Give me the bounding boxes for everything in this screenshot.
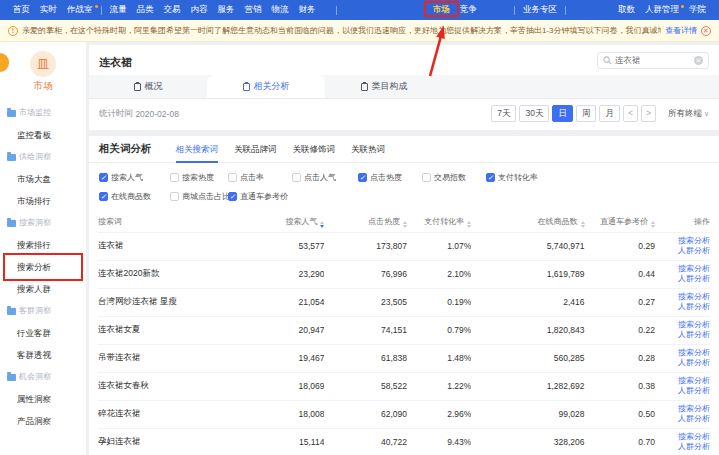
col-online-products[interactable]: 在线商品数 — [471, 212, 584, 232]
notice-link[interactable]: 查看详情 — [665, 25, 697, 36]
nav-item-business-zone[interactable]: 业务专区 — [518, 4, 562, 16]
subtab-related-hot-words[interactable]: 关联热词 — [351, 136, 385, 163]
subtab-related-modifier-words[interactable]: 关联修饰词 — [293, 136, 336, 163]
filter-transaction-index[interactable]: 交易指数 — [422, 172, 486, 183]
next-button[interactable]: > — [641, 105, 656, 122]
nav-item-academy[interactable]: 学院 — [684, 4, 711, 16]
nav-item-war-room[interactable]: 作战室 — [62, 4, 98, 16]
crowd-analysis-link[interactable]: 人群分析 — [655, 358, 710, 368]
sidebar-item-search-analysis[interactable]: 搜索分析 — [0, 256, 86, 278]
nav-item-content[interactable]: 内容 — [186, 4, 213, 16]
tab-overview[interactable]: 概况 — [89, 75, 207, 98]
sidebar-item-market-overview[interactable]: 市场大盘 — [0, 168, 86, 190]
prev-button[interactable]: < — [623, 105, 638, 122]
nav-item-category[interactable]: 品类 — [132, 4, 159, 16]
search-analysis-link[interactable]: 搜索分析 — [655, 236, 710, 246]
col-pay-conversion[interactable]: 支付转化率 — [407, 212, 471, 232]
nav-item-crowd-management[interactable]: 人群管理 — [640, 4, 684, 16]
nav-divider — [514, 6, 515, 15]
nav-item-market[interactable]: 市场 — [428, 4, 455, 16]
filter-online-products[interactable]: 在线商品数 — [99, 191, 170, 202]
search-analysis-link[interactable]: 搜索分析 — [655, 264, 710, 274]
filter-click-hotness[interactable]: 点击热度 — [358, 172, 422, 183]
nav-item-realtime[interactable]: 实时 — [35, 4, 62, 16]
chevron-down-icon: ∨ — [704, 110, 709, 118]
search-input[interactable] — [615, 56, 691, 66]
subtab-related-brand-words[interactable]: 关联品牌词 — [234, 136, 277, 163]
sidebar-item-product-insight[interactable]: 产品洞察 — [0, 410, 86, 432]
terminal-dropdown[interactable]: 所有终端∨ — [668, 108, 709, 120]
filter-search-popularity[interactable]: 搜索人气 — [99, 172, 170, 183]
keyword-search-box[interactable]: ✕ — [597, 52, 709, 69]
cell-pay-conversion: 0.19% — [407, 288, 471, 316]
filter-ztc-price[interactable]: 直通车参考价 — [228, 191, 292, 202]
search-analysis-link[interactable]: 搜索分析 — [655, 376, 710, 386]
tab-category-composition[interactable]: 类目构成 — [325, 75, 443, 98]
cell-ztc-price: 0.38 — [585, 372, 655, 400]
cell-ztc-price: 0.28 — [585, 344, 655, 372]
filter-search-hotness[interactable]: 搜索热度 — [170, 172, 228, 183]
floating-widget[interactable] — [0, 53, 9, 72]
cell-search-word: 孕妇连衣裙 — [98, 428, 233, 455]
cell-search-popularity: 23,290 — [233, 260, 325, 288]
notice-close-icon[interactable]: ✕ — [701, 26, 711, 36]
sidebar-item-attribute-insight[interactable]: 属性洞察 — [0, 388, 86, 410]
page-title: 连衣裙 — [99, 52, 132, 70]
nav-item-service[interactable]: 服务 — [213, 4, 240, 16]
cell-pay-conversion: 2.10% — [407, 260, 471, 288]
nav-item-trade[interactable]: 交易 — [159, 4, 186, 16]
nav-item-data-fetch[interactable]: 取数 — [613, 4, 640, 16]
crowd-analysis-link[interactable]: 人群分析 — [655, 302, 710, 312]
sidebar-item-industry-customer[interactable]: 行业客群 — [0, 322, 86, 344]
nav-item-finance[interactable]: 财务 — [294, 4, 321, 16]
granularity-month-button[interactable]: 月 — [599, 105, 620, 122]
search-icon — [603, 56, 612, 65]
nav-item-home[interactable]: 首页 — [8, 4, 35, 16]
tab-related-analysis[interactable]: 相关分析 — [207, 75, 325, 98]
nav-item-logistics[interactable]: 物流 — [267, 4, 294, 16]
nav-item-traffic[interactable]: 流量 — [105, 4, 132, 16]
cell-click-hotness: 58,522 — [324, 372, 407, 400]
granularity-day-button[interactable]: 日 — [552, 105, 573, 122]
notice-bar: ! 亲爱的掌柜，在这个特殊时期，阿里集团希望第一时间了解您生意动态和当前面临的问… — [0, 20, 719, 42]
cell-search-word: 连衣裙女夏 — [98, 316, 233, 344]
filter-click-popularity[interactable]: 点击人气 — [292, 172, 358, 183]
table-row: 吊带连衣裙 19,467 61,838 1.48% 560,285 0.28 搜… — [98, 344, 710, 372]
filter-mall-click-ratio[interactable]: 商城点击占比 — [170, 191, 228, 202]
sidebar-item-monitor-board[interactable]: 监控看板 — [0, 124, 86, 146]
crowd-analysis-link[interactable]: 人群分析 — [655, 386, 710, 396]
col-search-popularity[interactable]: 搜索人气 — [233, 212, 325, 232]
crowd-analysis-link[interactable]: 人群分析 — [655, 442, 710, 452]
cell-online-products: 1,619,789 — [471, 260, 584, 288]
sidebar-item-customer-perspective[interactable]: 客群透视 — [0, 344, 86, 366]
sidebar-item-search-crowd[interactable]: 搜索人群 — [0, 278, 86, 300]
cell-ztc-price: 0.44 — [585, 260, 655, 288]
search-analysis-link[interactable]: 搜索分析 — [655, 432, 710, 442]
granularity-week-button[interactable]: 周 — [576, 105, 597, 122]
crowd-analysis-link[interactable]: 人群分析 — [655, 246, 710, 256]
nav-item-competition[interactable]: 竞争 — [455, 4, 482, 16]
nav-item-marketing[interactable]: 营销 — [240, 4, 267, 16]
subtab-related-search-words[interactable]: 相关搜索词 — [176, 136, 219, 163]
col-click-hotness[interactable]: 点击热度 — [324, 212, 407, 232]
col-search-word: 搜索词 — [98, 212, 233, 232]
crowd-analysis-link[interactable]: 人群分析 — [655, 414, 710, 424]
crowd-analysis-link[interactable]: 人群分析 — [655, 330, 710, 340]
col-ztc-price[interactable]: 直通车参考价 — [585, 212, 655, 232]
search-analysis-link[interactable]: 搜索分析 — [655, 404, 710, 414]
cell-search-popularity: 15,114 — [233, 428, 325, 455]
range-7d-button[interactable]: 7天 — [491, 105, 516, 122]
clear-icon[interactable]: ✕ — [694, 56, 703, 65]
sidebar-item-market-rank[interactable]: 市场排行 — [0, 190, 86, 212]
range-30d-button[interactable]: 30天 — [519, 105, 549, 122]
cell-ztc-price: 0.50 — [585, 400, 655, 428]
search-analysis-link[interactable]: 搜索分析 — [655, 348, 710, 358]
search-analysis-link[interactable]: 搜索分析 — [655, 292, 710, 302]
search-analysis-link[interactable]: 搜索分析 — [655, 320, 710, 330]
analysis-card: 相关词分析 相关搜索词 关联品牌词 关联修饰词 关联热词 搜索人气 搜索热度 点… — [89, 136, 719, 455]
filter-pay-conversion[interactable]: 支付转化率 — [486, 172, 538, 183]
filter-click-rate[interactable]: 点击率 — [228, 172, 292, 183]
crowd-analysis-link[interactable]: 人群分析 — [655, 274, 710, 284]
sidebar-item-search-rank[interactable]: 搜索排行 — [0, 234, 86, 256]
cell-click-hotness: 173,807 — [324, 232, 407, 260]
